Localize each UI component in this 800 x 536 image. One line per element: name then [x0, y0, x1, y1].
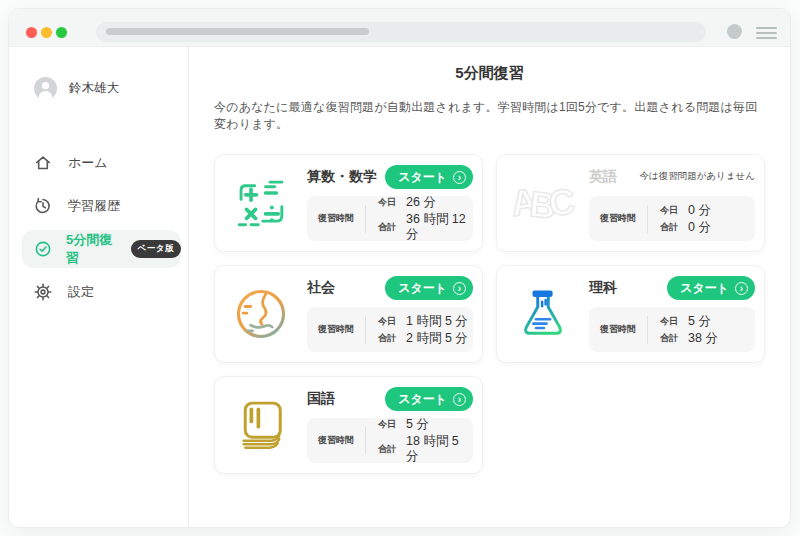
review-time-panel: 復習時間 今日 0 分 合計 0 分 — [589, 196, 755, 241]
minimize-circle-icon[interactable] — [41, 27, 52, 38]
history-icon — [34, 197, 52, 215]
total-label: 合計 — [660, 331, 678, 346]
start-button[interactable]: スタート — [385, 387, 473, 411]
subject-title: 算数・数学 — [307, 165, 377, 186]
sidebar-item-label: ホーム — [68, 154, 108, 172]
sidebar-item-settings[interactable]: 設定 — [22, 273, 181, 311]
traffic-lights — [26, 27, 67, 38]
start-button[interactable]: スタート — [385, 276, 473, 300]
total-row: 合計 18 時間 5 分 — [378, 434, 473, 464]
total-row: 合計 36 時間 12 分 — [378, 212, 473, 242]
person-icon — [34, 77, 57, 100]
abc-letters-icon: ABC — [511, 182, 575, 224]
user-profile[interactable]: 鈴木雄大 — [9, 77, 188, 100]
start-button[interactable]: スタート — [385, 165, 473, 189]
browser-titlebar — [9, 9, 790, 47]
book-icon — [229, 396, 293, 454]
today-label: 今日 — [660, 203, 678, 218]
total-value: 36 時間 12 分 — [406, 212, 473, 242]
flask-icon — [511, 285, 575, 343]
today-row: 今日 5 分 — [660, 314, 718, 329]
page-description: 今のあなたに最適な復習問題が自動出題されます。学習時間は1回5分です。出題される… — [214, 99, 765, 133]
sidebar: 鈴木雄大 ホーム 学習履歴 — [9, 47, 189, 528]
today-label: 今日 — [378, 195, 396, 210]
beta-badge: ベータ版 — [131, 240, 181, 258]
no-review-note: 今は復習問題がありません — [639, 170, 755, 183]
today-value: 5 分 — [406, 417, 429, 432]
close-circle-icon[interactable] — [26, 27, 37, 38]
total-row: 合計 0 分 — [660, 220, 711, 235]
total-row: 合計 2 時間 5 分 — [378, 331, 468, 346]
app-content: 鈴木雄大 ホーム 学習履歴 — [9, 47, 790, 528]
review-time-label: 復習時間 — [307, 212, 365, 225]
start-button[interactable]: スタート — [667, 276, 755, 300]
today-row: 今日 1 時間 5 分 — [378, 314, 468, 329]
total-value: 0 分 — [688, 220, 711, 235]
home-icon — [34, 154, 52, 172]
total-label: 合計 — [378, 331, 396, 346]
subject-title: 理科 — [589, 276, 617, 297]
today-row: 今日 26 分 — [378, 195, 473, 210]
gear-icon — [34, 283, 52, 301]
browser-window: 鈴木雄大 ホーム 学習履歴 — [8, 8, 791, 528]
subject-title: 国語 — [307, 387, 335, 408]
review-time-panel: 復習時間 今日 1 時間 5 分 合計 2 時間 5 分 — [307, 307, 473, 352]
chevron-right-icon — [453, 171, 466, 184]
total-value: 2 時間 5 分 — [406, 331, 468, 346]
start-button-label: スタート — [398, 280, 447, 297]
check-circle-icon — [34, 240, 52, 258]
today-value: 1 時間 5 分 — [406, 314, 468, 329]
main-panel: 5分間復習 今のあなたに最適な復習問題が自動出題されます。学習時間は1回5分です… — [189, 47, 790, 528]
math-symbols-icon — [229, 174, 293, 232]
start-button-label: スタート — [398, 391, 447, 408]
page-title: 5分間復習 — [214, 64, 765, 83]
review-time-label: 復習時間 — [307, 323, 365, 336]
user-avatar-icon[interactable] — [727, 24, 742, 39]
chevron-right-icon — [453, 282, 466, 295]
start-button-label: スタート — [398, 169, 447, 186]
address-bar-text-placeholder — [106, 28, 369, 35]
sidebar-item-home[interactable]: ホーム — [22, 144, 181, 182]
total-label: 合計 — [378, 220, 396, 235]
sidebar-item-label: 学習履歴 — [68, 197, 120, 215]
chevron-right-icon — [453, 393, 466, 406]
chevron-right-icon — [735, 282, 748, 295]
today-value: 26 分 — [406, 195, 436, 210]
today-label: 今日 — [378, 314, 396, 329]
hamburger-menu-icon[interactable] — [756, 27, 777, 41]
review-time-panel: 復習時間 今日 5 分 合計 18 時間 5 分 — [307, 418, 473, 463]
sidebar-item-label: 5分間復習 — [66, 231, 115, 267]
subject-title: 社会 — [307, 276, 335, 297]
subject-card-english: ABC 英語 今は復習問題がありません 復習時間 今日 0 分 合計 0 分 — [496, 154, 765, 252]
review-time-label: 復習時間 — [307, 434, 365, 447]
sidebar-item-five-minute-review[interactable]: 5分間復習 ベータ版 — [22, 230, 181, 268]
globe-icon — [229, 284, 293, 344]
total-label: 合計 — [660, 220, 678, 235]
total-value: 38 分 — [688, 331, 718, 346]
sidebar-item-history[interactable]: 学習履歴 — [22, 187, 181, 225]
total-label: 合計 — [378, 442, 396, 457]
subject-card-japanese: 国語 スタート 復習時間 今日 5 分 合計 18 時間 5 — [214, 376, 483, 474]
fullscreen-circle-icon[interactable] — [56, 27, 67, 38]
subject-grid: 算数・数学 スタート 復習時間 今日 26 分 合計 36 時 — [214, 154, 765, 474]
today-row: 今日 0 分 — [660, 203, 711, 218]
sidebar-item-label: 設定 — [68, 283, 94, 301]
address-bar[interactable] — [96, 22, 706, 42]
subject-title: 英語 — [589, 165, 617, 186]
user-name: 鈴木雄大 — [69, 80, 119, 97]
today-label: 今日 — [660, 314, 678, 329]
review-time-panel: 復習時間 今日 5 分 合計 38 分 — [589, 307, 755, 352]
today-value: 5 分 — [688, 314, 711, 329]
start-button-label: スタート — [680, 280, 729, 297]
review-time-panel: 復習時間 今日 26 分 合計 36 時間 12 分 — [307, 196, 473, 241]
sidebar-menu: ホーム 学習履歴 5分間復習 ベータ版 — [9, 144, 188, 311]
review-time-label: 復習時間 — [589, 212, 647, 225]
subject-card-math: 算数・数学 スタート 復習時間 今日 26 分 合計 36 時 — [214, 154, 483, 252]
subject-card-social: 社会 スタート 復習時間 今日 1 時間 5 分 合計 2 時 — [214, 265, 483, 363]
review-time-label: 復習時間 — [589, 323, 647, 336]
total-value: 18 時間 5 分 — [406, 434, 473, 464]
total-row: 合計 38 分 — [660, 331, 718, 346]
today-value: 0 分 — [688, 203, 711, 218]
subject-card-science: 理科 スタート 復習時間 今日 5 分 合計 38 分 — [496, 265, 765, 363]
today-label: 今日 — [378, 417, 396, 432]
